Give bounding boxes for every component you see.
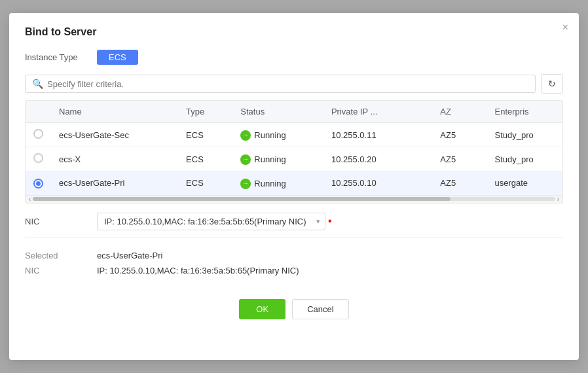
- summary-selected-value: ecs-UserGate-Pri: [97, 251, 162, 260]
- summary-section: Selected ecs-UserGate-Pri NIC IP: 10.255…: [25, 244, 563, 287]
- cell-ip-1: 10.255.0.11: [323, 123, 432, 147]
- search-box: 🔍: [25, 75, 536, 93]
- status-dot-1: [240, 130, 251, 141]
- cell-az-1: AZ5: [432, 123, 487, 147]
- cell-status-3: Running: [232, 171, 323, 195]
- table-row[interactable]: ecs-UserGate-Pri ECS Running 10.255.0.10…: [26, 171, 562, 195]
- divider: [25, 237, 563, 238]
- scroll-left-icon[interactable]: ‹: [27, 196, 33, 203]
- bind-to-server-modal: × Bind to Server Instance Type ECS 🔍 ↻ N…: [9, 13, 579, 360]
- scrollbar-thumb[interactable]: [33, 197, 450, 201]
- cell-ent-2: Study_pro: [487, 147, 563, 171]
- server-table: Name Type Status Private IP ... AZ Enter…: [26, 101, 562, 195]
- nic-row: NIC IP: 10.255.0.10,MAC: fa:16:3e:5a:5b:…: [25, 213, 563, 230]
- required-indicator: •: [328, 215, 332, 227]
- col-ip: Private IP ...: [323, 101, 432, 123]
- summary-nic-value: IP: 10.255.0.10,MAC: fa:16:3e:5a:5b:65(P…: [97, 266, 299, 275]
- table-row[interactable]: ecs-UserGate-Sec ECS Running 10.255.0.11…: [26, 123, 562, 147]
- col-radio: [26, 101, 51, 123]
- status-dot-2: [240, 154, 251, 165]
- cell-name-3: ecs-UserGate-Pri: [51, 171, 178, 195]
- radio-button-3[interactable]: [33, 179, 43, 188]
- cell-status-2: Running: [232, 147, 323, 171]
- status-running-1: Running: [240, 130, 285, 141]
- nic-label: NIC: [25, 217, 97, 226]
- cell-type-3: ECS: [178, 171, 232, 195]
- status-running-3: Running: [240, 179, 285, 189]
- cell-ent-1: Study_pro: [487, 123, 563, 147]
- search-icon: 🔍: [32, 79, 43, 89]
- table-header-row: Name Type Status Private IP ... AZ Enter…: [26, 101, 562, 123]
- table-row[interactable]: ecs-X ECS Running 10.255.0.20 AZ5 Study_…: [26, 147, 562, 171]
- server-table-wrap: Name Type Status Private IP ... AZ Enter…: [25, 100, 563, 204]
- cell-ip-2: 10.255.0.20: [323, 147, 432, 171]
- refresh-button[interactable]: ↻: [541, 74, 563, 94]
- col-type: Type: [178, 101, 232, 123]
- footer-buttons: OK Cancel: [25, 299, 563, 319]
- cell-name-1: ecs-UserGate-Sec: [51, 123, 178, 147]
- cell-ip-3: 10.255.0.10: [323, 171, 432, 195]
- radio-button-2[interactable]: [33, 153, 43, 163]
- radio-cell-1[interactable]: [26, 123, 51, 147]
- radio-button-1[interactable]: [33, 129, 43, 139]
- search-wrap: 🔍 ↻: [25, 74, 563, 94]
- cell-type-2: ECS: [178, 147, 232, 171]
- cell-az-3: AZ5: [432, 171, 487, 195]
- summary-selected-label: Selected: [25, 251, 97, 260]
- cell-name-2: ecs-X: [51, 147, 178, 171]
- ok-button[interactable]: OK: [239, 299, 285, 319]
- radio-cell-3[interactable]: [26, 171, 51, 195]
- radio-cell-2[interactable]: [26, 147, 51, 171]
- close-button[interactable]: ×: [562, 22, 568, 33]
- instance-type-row: Instance Type ECS: [25, 50, 563, 65]
- status-dot-3: [240, 179, 251, 189]
- summary-nic-label: NIC: [25, 266, 97, 275]
- col-az: AZ: [432, 101, 487, 123]
- radio-dot-3: [36, 181, 41, 186]
- scroll-right-icon[interactable]: ›: [555, 196, 561, 203]
- cell-ent-3: usergate: [487, 171, 563, 195]
- cell-az-2: AZ5: [432, 147, 487, 171]
- cell-type-1: ECS: [178, 123, 232, 147]
- cancel-button[interactable]: Cancel: [292, 299, 348, 319]
- cell-status-1: Running: [232, 123, 323, 147]
- col-name: Name: [51, 101, 178, 123]
- search-input[interactable]: [47, 79, 528, 89]
- col-enterprise: Enterpris: [487, 101, 563, 123]
- nic-select-container: IP: 10.255.0.10,MAC: fa:16:3e:5a:5b:65(P…: [97, 213, 325, 230]
- summary-nic-row: NIC IP: 10.255.0.10,MAC: fa:16:3e:5a:5b:…: [25, 266, 563, 275]
- instance-type-label: Instance Type: [25, 52, 97, 62]
- modal-title: Bind to Server: [25, 26, 563, 38]
- status-running-2: Running: [240, 154, 285, 165]
- nic-select[interactable]: IP: 10.255.0.10,MAC: fa:16:3e:5a:5b:65(P…: [97, 213, 325, 230]
- scrollbar-track[interactable]: [33, 197, 555, 201]
- ecs-badge-button[interactable]: ECS: [97, 50, 138, 65]
- summary-selected-row: Selected ecs-UserGate-Pri: [25, 251, 563, 260]
- col-status: Status: [232, 101, 323, 123]
- horizontal-scrollbar[interactable]: ‹ ›: [26, 195, 562, 203]
